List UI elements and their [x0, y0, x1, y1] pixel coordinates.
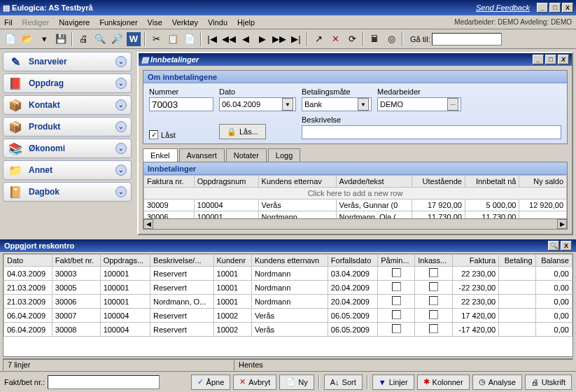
cell[interactable]: 30006	[52, 295, 100, 309]
cell[interactable]: Nordmann, O...	[150, 295, 213, 309]
cell[interactable]: -22 230,00	[452, 281, 498, 295]
menu-funksjoner[interactable]: Funksjoner	[99, 18, 137, 27]
table-row[interactable]: 30006100001NordmannNordmann, Ola (11 730…	[144, 211, 567, 219]
cell[interactable]: 100004	[194, 200, 258, 211]
menu-verktoy[interactable]: Verktøy	[172, 18, 198, 27]
col-header[interactable]: Utestående	[412, 176, 465, 188]
cell[interactable]: 0,00	[535, 281, 572, 295]
cell[interactable]	[499, 323, 535, 337]
panel-maximize-button[interactable]: □	[545, 55, 556, 64]
tab-logg[interactable]: Logg	[268, 148, 300, 162]
table-row[interactable]: 21.03.200930006100001Nordmann, O...10001…	[4, 295, 573, 309]
cell[interactable]: 11 730,00	[412, 211, 465, 219]
menu-navigere[interactable]: Navigere	[59, 18, 90, 27]
table-row[interactable]: 21.03.200930005100001Reservert10001Nordm…	[4, 281, 573, 295]
cell[interactable]	[519, 211, 567, 219]
cell[interactable]: Verås, Gunnar (0	[336, 200, 412, 211]
col-header[interactable]: Kundenr	[213, 255, 251, 267]
cell[interactable]	[415, 323, 453, 337]
table-row[interactable]: 06.04.200930007100004Reservert10002Verås…	[4, 309, 573, 323]
last-icon[interactable]: ▶|	[288, 31, 304, 47]
cell[interactable]: 30009	[144, 200, 195, 211]
apne-button[interactable]: ✓Åpne	[191, 374, 231, 390]
cell[interactable]: Verås	[251, 309, 328, 323]
cell[interactable]: 30005	[52, 281, 100, 295]
col-header[interactable]: Betaling	[499, 255, 535, 267]
cell[interactable]: 30007	[52, 309, 100, 323]
betal-dropdown-icon[interactable]: ▼	[358, 98, 369, 111]
ny-button[interactable]: 📄Ny	[279, 374, 314, 390]
tab-notater[interactable]: Notater	[226, 148, 267, 162]
menu-vise[interactable]: Vise	[148, 18, 162, 27]
sidebar-item-produkt[interactable]: 📦Produkt⌄	[3, 117, 132, 136]
dato-input[interactable]: 06.04.2009 ▼	[219, 97, 296, 111]
lower-search-button[interactable]: 🔍	[548, 241, 559, 251]
checkbox-icon[interactable]	[392, 310, 401, 319]
checkbox-icon[interactable]	[392, 324, 401, 333]
refresh-icon[interactable]: ⟳	[344, 31, 360, 47]
sidebar-item-kontakt[interactable]: 📦Kontakt⌄	[3, 95, 132, 115]
table-row[interactable]: 06.04.200930008100004Reservert10002Verås…	[4, 323, 573, 337]
copy-icon[interactable]: 📋	[165, 31, 181, 47]
close-button[interactable]: X	[562, 3, 573, 13]
cell[interactable]	[499, 309, 535, 323]
cell[interactable]: Reservert	[150, 281, 213, 295]
menu-rediger[interactable]: Rediger	[22, 18, 50, 27]
menu-vindu[interactable]: Vindu	[208, 18, 227, 27]
cell[interactable]: Nordmann	[258, 211, 336, 219]
sidebar-item-økonomi[interactable]: 📚Økonomi⌄	[3, 139, 132, 158]
menu-fil[interactable]: Fil	[4, 18, 13, 27]
menu-hjelp[interactable]: Hjelp	[237, 18, 255, 27]
next-icon[interactable]: ▶	[255, 31, 270, 47]
cell[interactable]: 30003	[52, 267, 100, 281]
cell[interactable]: Nordmann	[251, 281, 328, 295]
open-icon[interactable]: 📂	[20, 31, 35, 47]
cell[interactable]: 06.04.2009	[4, 309, 52, 323]
cut-icon[interactable]: ✂	[148, 31, 164, 47]
cell[interactable]	[378, 295, 415, 309]
cell[interactable]: 100001	[100, 295, 150, 309]
nextpage-icon[interactable]: ▶▶	[272, 31, 287, 47]
last-checkbox[interactable]: ✓	[149, 130, 158, 139]
delete-icon[interactable]: ✕	[328, 31, 343, 47]
linjer-button[interactable]: ▼Linjer	[372, 374, 414, 390]
panel-minimize-button[interactable]: _	[533, 55, 544, 64]
cell[interactable]: 10001	[213, 267, 251, 281]
nummer-input[interactable]	[149, 97, 213, 111]
cell[interactable]: 20.04.2009	[328, 295, 377, 309]
checkbox-icon[interactable]	[392, 282, 401, 291]
goto-input[interactable]	[432, 33, 502, 46]
faktbet-input[interactable]	[48, 375, 160, 389]
cell[interactable]: 22 230,00	[452, 295, 498, 309]
utskrift-button[interactable]: 🖨Utskrift	[525, 374, 572, 390]
col-header[interactable]: Dato	[4, 255, 52, 267]
innbetalinger-grid[interactable]: Faktura nr.OppdragsnumKundens etternavAv…	[143, 175, 567, 218]
cell[interactable]: 100004	[100, 309, 150, 323]
checkbox-icon[interactable]	[429, 268, 438, 277]
cell[interactable]: 17 920,00	[412, 200, 465, 211]
cell[interactable]: Reservert	[150, 267, 213, 281]
cell[interactable]: 0,00	[535, 309, 572, 323]
calc-icon[interactable]: 🖩	[367, 31, 382, 47]
kolonner-button[interactable]: ✱Kolonner	[417, 374, 470, 390]
minimize-button[interactable]: _	[537, 3, 548, 13]
dato-dropdown-icon[interactable]: ▼	[282, 98, 293, 111]
cell[interactable]: 10001	[213, 281, 251, 295]
col-header[interactable]: Beskrivelse/...	[150, 255, 213, 267]
cell[interactable]: 100001	[100, 267, 150, 281]
reskontro-grid[interactable]: DatoFakt/bet nr.Oppdrags...Beskrivelse/.…	[3, 254, 573, 356]
prev-icon[interactable]: ◀	[238, 31, 253, 47]
lower-close-button[interactable]: X	[561, 241, 572, 251]
cell[interactable]: 0,00	[535, 295, 572, 309]
cell[interactable]	[499, 267, 535, 281]
first-icon[interactable]: |◀	[204, 31, 220, 47]
col-header[interactable]: Kundens etternav	[258, 176, 336, 188]
sidebar-item-snarveier[interactable]: ✎Snarveier⌄	[3, 52, 132, 71]
table-row[interactable]: 30009100004VeråsVerås, Gunnar (017 920,0…	[144, 200, 567, 211]
col-header[interactable]: Påmin...	[378, 255, 415, 267]
paste-icon[interactable]: 📄	[182, 31, 197, 47]
cell[interactable]: 21.03.2009	[4, 295, 52, 309]
cell[interactable]: 100001	[100, 281, 150, 295]
cell[interactable]: Nordmann, Ola (	[336, 211, 412, 219]
cell[interactable]: 0,00	[535, 267, 572, 281]
